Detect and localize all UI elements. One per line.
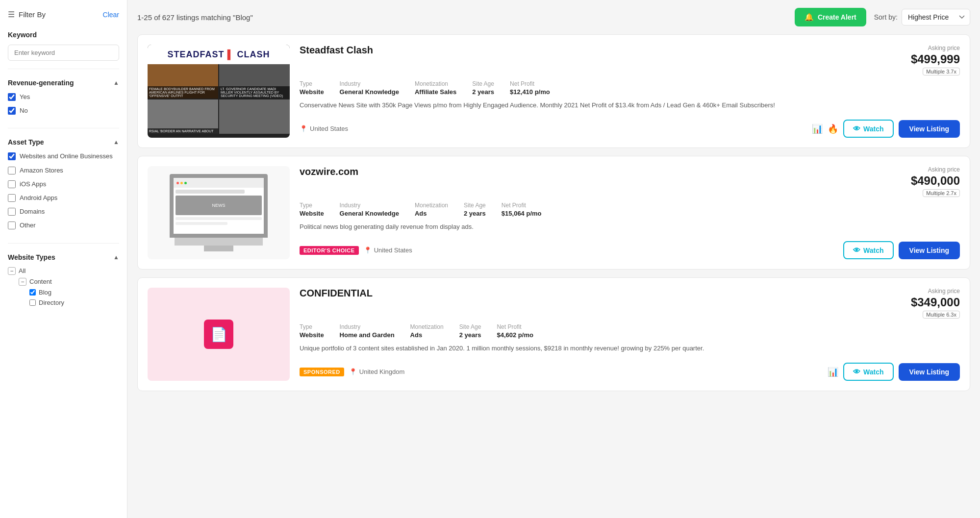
website-types-section: Website Types ▲ − All − Content	[8, 253, 119, 318]
filter-header: ☰ Filter By Clear	[8, 10, 119, 19]
create-alert-label: Create Alert	[818, 13, 856, 21]
website-types-chevron-icon[interactable]: ▲	[113, 254, 119, 261]
listing-2-watch-button[interactable]: 👁 Watch	[843, 241, 893, 259]
listing-1-monetization-value: Affiliate Sales	[415, 88, 456, 96]
revenue-section-title: Revenue-generating	[8, 79, 74, 87]
listing-1-site-age: Site Age 2 years	[472, 80, 494, 96]
tree-blog-row: Blog	[29, 289, 119, 296]
asset-type-section-header: Asset Type ▲	[8, 138, 119, 146]
keyword-input[interactable]	[8, 45, 119, 61]
listing-2-bottom: EDITOR'S CHOICE 📍 United States 👁 Watch …	[300, 241, 960, 259]
tree-directory-checkbox[interactable]	[29, 299, 36, 306]
website-types-section-header: Website Types ▲	[8, 253, 119, 261]
news-img-4	[219, 99, 290, 134]
bell-icon: 🔔	[804, 13, 814, 22]
listing-3-net-profit: Net Profit $4,602 p/mo	[497, 323, 533, 339]
listing-1-industry-value: General Knowledge	[340, 88, 399, 96]
listing-3-type-value: Website	[300, 331, 324, 339]
imac-nav	[174, 178, 264, 188]
listing-2-net-profit-value: $15,064 p/mo	[502, 210, 542, 217]
asset-domains-checkbox[interactable]	[8, 208, 16, 216]
pin-icon-3: 📍	[349, 368, 357, 375]
asset-websites-checkbox[interactable]	[8, 152, 16, 160]
asset-amazon-checkbox[interactable]	[8, 167, 16, 174]
listing-3-description: Unique portfolio of 3 content sites esta…	[300, 344, 960, 358]
create-alert-button[interactable]: 🔔 Create Alert	[795, 8, 866, 26]
imac-screen-content: NEWS	[174, 178, 264, 234]
news-img-1-overlay: FEMALE BODYBUILDER BANNED FROM AMERICAN …	[148, 86, 218, 99]
revenue-no-item[interactable]: No	[8, 106, 119, 115]
listing-3-monetization-value: Ads	[410, 331, 444, 339]
listing-3-top: CONFIDENTIAL Asking price $349,000 Multi…	[300, 288, 960, 319]
keyword-section-title: Keyword	[8, 31, 37, 39]
clear-button[interactable]: Clear	[103, 11, 119, 19]
asset-other-item[interactable]: Other	[8, 221, 119, 230]
asset-websites-item[interactable]: Websites and Online Businesses	[8, 152, 119, 161]
imac-content-image: NEWS	[176, 196, 262, 215]
tree-content-minus-icon[interactable]: −	[19, 278, 26, 286]
sort-select[interactable]: Highest Price Lowest Price Newest Most P…	[902, 9, 970, 25]
filter-icon: ☰	[8, 10, 15, 19]
asset-ios-item[interactable]: iOS Apps	[8, 180, 119, 189]
document-icon: 📄	[210, 326, 227, 343]
main-content: 1-25 of 627 listings matching "Blog" 🔔 C…	[127, 0, 980, 518]
revenue-section-header: Revenue-generating ▲	[8, 79, 119, 87]
listing-3-view-button[interactable]: View Listing	[899, 363, 960, 381]
listing-2-editors-badge: EDITOR'S CHOICE	[300, 246, 359, 255]
listing-2-site-age: Site Age 2 years	[464, 202, 486, 217]
listing-3-watch-button[interactable]: 👁 Watch	[843, 363, 893, 381]
tree-blog-label: Blog	[39, 289, 51, 296]
news-site-name: STEADFAST ▌ CLASH	[168, 49, 270, 60]
revenue-yes-label: Yes	[20, 93, 30, 101]
news-img-3: RSIAL 'BORDER AN NARRATIVE ABOUT	[148, 99, 218, 134]
tree-all-minus-icon[interactable]: −	[8, 267, 16, 275]
listing-1-price-block: Asking price $499,999 Multiple 3.7x	[911, 45, 960, 75]
listing-2-location: 📍 United States	[364, 247, 412, 254]
listing-3-site-age-value: 2 years	[459, 331, 481, 339]
listing-3-site-age: Site Age 2 years	[459, 323, 481, 339]
revenue-chevron-icon[interactable]: ▲	[113, 79, 119, 86]
listing-3-net-profit-value: $4,602 p/mo	[497, 331, 533, 339]
filter-by-label: Filter By	[19, 10, 99, 19]
listing-1-bottom-right: 📊 🔥 👁 Watch View Listing	[812, 120, 960, 138]
asset-domains-item[interactable]: Domains	[8, 207, 119, 216]
revenue-yes-checkbox[interactable]	[8, 93, 16, 101]
asset-amazon-item[interactable]: Amazon Stores	[8, 166, 119, 175]
tree-content-children: Blog Directory	[29, 289, 119, 306]
asset-android-item[interactable]: Android Apps	[8, 194, 119, 202]
listing-2-bottom-left: EDITOR'S CHOICE 📍 United States	[300, 246, 412, 255]
imac-dot-yellow	[180, 182, 183, 184]
listing-2-view-button[interactable]: View Listing	[899, 242, 960, 259]
listing-1-net-profit: Net Profit $12,410 p/mo	[510, 80, 550, 96]
asset-android-checkbox[interactable]	[8, 194, 16, 202]
chart-icon-3: 📊	[828, 367, 838, 377]
listing-1-price-value: $499,999	[911, 52, 960, 66]
listing-1-top: Steadfast Clash Asking price $499,999 Mu…	[300, 45, 960, 75]
listing-2-top: vozwire.com Asking price $490,000 Multip…	[300, 166, 960, 197]
imac-content-bar-3	[176, 222, 227, 225]
revenue-no-checkbox[interactable]	[8, 107, 16, 115]
listing-card-1: STEADFAST ▌ CLASH FEMALE BODYBUILDER BAN…	[137, 34, 970, 148]
listing-1-watch-button[interactable]: 👁 Watch	[843, 120, 893, 138]
revenue-yes-item[interactable]: Yes	[8, 93, 119, 101]
listing-1-view-button[interactable]: View Listing	[899, 120, 960, 138]
tree-directory-row: Directory	[29, 299, 119, 306]
listing-1-bottom-left: 📍 United States	[300, 125, 348, 132]
listing-1-title: Steadfast Clash	[300, 45, 373, 56]
pin-icon-2: 📍	[364, 247, 372, 254]
imac-body-bottom	[175, 238, 263, 246]
listing-2-title: vozwire.com	[300, 166, 358, 177]
tree-all: − All − Content Blog	[8, 267, 119, 306]
asset-domains-label: Domains	[20, 207, 45, 216]
asset-ios-checkbox[interactable]	[8, 180, 16, 188]
listing-1-multiple-badge: Multiple 3.7x	[923, 68, 960, 75]
asset-type-chevron-icon[interactable]: ▲	[113, 139, 119, 146]
asset-amazon-label: Amazon Stores	[20, 166, 63, 175]
listing-3-monetization: Monetization Ads	[410, 323, 444, 339]
header-right: 🔔 Create Alert Sort by: Highest Price Lo…	[795, 8, 970, 26]
asset-other-checkbox[interactable]	[8, 222, 16, 229]
news-img-grid: FEMALE BODYBUILDER BANNED FROM AMERICAN …	[148, 64, 290, 134]
tree-blog-checkbox[interactable]	[29, 289, 36, 296]
listing-1-thumbnail: STEADFAST ▌ CLASH FEMALE BODYBUILDER BAN…	[148, 45, 290, 138]
listing-2-bottom-right: 👁 Watch View Listing	[843, 241, 960, 259]
